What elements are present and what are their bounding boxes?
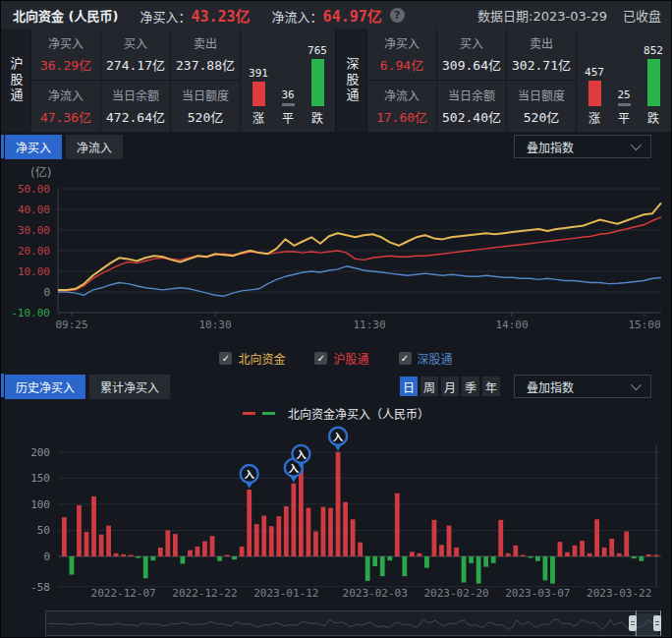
svg-text:入: 入 <box>289 463 299 474</box>
svg-text:14:00: 14:00 <box>495 319 528 331</box>
svg-text:2022-12-07: 2022-12-07 <box>91 587 156 600</box>
up-bar: 457涨 <box>583 66 606 126</box>
navigator-left-handle[interactable] <box>629 615 637 631</box>
stat-cell: 当日余额472.64亿 <box>101 81 170 132</box>
period-week-button[interactable]: 周 <box>420 377 438 396</box>
svg-text:10.00: 10.00 <box>18 265 50 278</box>
data-date: 数据日期:2023-03-29 <box>477 6 607 25</box>
intraday-line-chart[interactable]: (亿)50.0040.0030.0020.0010.000-10.0009:25… <box>1 161 671 345</box>
navigator-track[interactable] <box>45 610 661 636</box>
stat-cell: 净流入47.36亿 <box>31 81 100 132</box>
green-dash-icon <box>262 412 275 415</box>
stat-cell: 净买入36.29亿 <box>31 29 100 80</box>
svg-text:0: 0 <box>43 551 50 563</box>
legend-shanghai-connect[interactable]: ✓沪股通 <box>314 350 368 367</box>
tab-history-net-buy[interactable]: 历史净买入 <box>5 375 85 399</box>
svg-text:15:00: 15:00 <box>628 319 660 331</box>
svg-text:09:25: 09:25 <box>55 319 87 331</box>
svg-text:200: 200 <box>30 446 50 459</box>
svg-text:20.00: 20.00 <box>18 245 50 258</box>
page-title: 北向资金 (人民币) <box>13 6 118 25</box>
checkbox-checked-icon[interactable]: ✓ <box>314 352 327 365</box>
period-year-button[interactable]: 年 <box>482 377 500 396</box>
svg-text:2023-03-07: 2023-03-07 <box>505 587 570 600</box>
accent-bar <box>1 374 4 397</box>
svg-text:入: 入 <box>296 449 306 460</box>
svg-text:10:30: 10:30 <box>198 319 231 331</box>
svg-text:入: 入 <box>333 432 343 442</box>
history-bar-chart[interactable]: 200150100500-582022-12-072022-12-222023-… <box>1 424 671 609</box>
overlay-index-dropdown[interactable]: 叠加指数 <box>514 375 651 398</box>
period-month-button[interactable]: 月 <box>441 377 459 396</box>
svg-text:(亿): (亿) <box>30 165 51 180</box>
period-day-button[interactable]: 日 <box>400 377 418 396</box>
navigator-right-handle[interactable] <box>653 615 661 631</box>
stat-cell: 卖出302.71亿 <box>507 29 576 80</box>
stat-cell: 当日额度520亿 <box>507 81 576 132</box>
panel-shenzhen-label: 深股通 <box>337 29 366 132</box>
flat-bar: 36平 <box>276 88 300 126</box>
svg-text:入: 入 <box>245 469 254 480</box>
northbound-funds-app: 北向资金 (人民币) 净买入：43.23亿 净流入：64.97亿 ? 数据日期:… <box>0 0 672 638</box>
stat-cell: 净买入6.94亿 <box>367 29 436 80</box>
red-dash-icon <box>243 412 255 415</box>
svg-text:40.00: 40.00 <box>18 203 50 216</box>
advance-decline-bars: 457涨 25平 852跌 <box>577 29 671 132</box>
down-bar: 765跌 <box>306 44 329 126</box>
stat-cell: 当日额度520亿 <box>171 81 240 132</box>
intraday-tab-row: 净买入 净流入 叠加指数 <box>1 132 671 161</box>
svg-text:50.00: 50.00 <box>18 183 50 196</box>
accent-bar <box>1 135 4 158</box>
svg-text:-10.00: -10.00 <box>11 307 50 319</box>
date-range-navigator <box>1 609 671 638</box>
top-bar: 北向资金 (人民币) 净买入：43.23亿 净流入：64.97亿 ? 数据日期:… <box>1 1 671 29</box>
down-bar: 852跌 <box>642 44 665 126</box>
legend-north-funds[interactable]: ✓北向资金 <box>219 350 285 367</box>
svg-text:2023-03-22: 2023-03-22 <box>587 587 651 600</box>
svg-text:30.00: 30.00 <box>18 224 50 237</box>
panel-shanghai-label: 沪股通 <box>1 29 30 132</box>
tab-cumulative-net-buy[interactable]: 累计净买入 <box>89 375 170 399</box>
svg-text:2022-12-22: 2022-12-22 <box>172 587 237 600</box>
svg-text:-58: -58 <box>30 581 50 594</box>
history-tab-row: 历史净买入 累计净买入 日 周 月 季 年 叠加指数 <box>1 371 671 402</box>
chevron-down-icon <box>631 379 642 390</box>
stat-cell: 净流入17.60亿 <box>367 81 436 132</box>
svg-text:2023-02-20: 2023-02-20 <box>423 587 488 600</box>
history-legend-label: 北向资金净买入（人民币） <box>288 405 429 422</box>
svg-text:150: 150 <box>30 472 50 485</box>
svg-text:2023-01-12: 2023-01-12 <box>253 587 318 600</box>
chevron-down-icon <box>631 140 642 150</box>
period-quarter-button[interactable]: 季 <box>462 377 479 396</box>
stat-cell: 当日余额502.40亿 <box>437 81 506 132</box>
checkbox-checked-icon[interactable]: ✓ <box>219 352 232 365</box>
market-status: 已收盘 <box>623 6 661 25</box>
flat-bar: 25平 <box>612 88 636 126</box>
net-buy-value: 43.23亿 <box>191 8 250 26</box>
advance-decline-bars: 391涨 36平 765跌 <box>241 29 335 132</box>
svg-text:0: 0 <box>43 286 50 299</box>
net-inflow-summary: 净流入：64.97亿 <box>272 5 382 26</box>
stat-cell: 买入274.17亿 <box>101 29 170 80</box>
net-buy-summary: 净买入：43.23亿 <box>140 5 250 26</box>
help-icon[interactable]: ? <box>390 8 405 23</box>
svg-text:11:30: 11:30 <box>353 319 385 331</box>
tab-net-inflow[interactable]: 净流入 <box>66 135 123 159</box>
up-bar: 391涨 <box>247 67 270 126</box>
panel-shenzhen-connect: 深股通 净买入6.94亿 买入309.64亿 卖出302.71亿 净流入17.6… <box>337 29 671 132</box>
net-inflow-value: 64.97亿 <box>323 8 382 26</box>
intraday-legend: ✓北向资金 ✓沪股通 ✓深股通 <box>1 345 671 371</box>
checkbox-checked-icon[interactable]: ✓ <box>399 352 412 365</box>
legend-shenzhen-connect[interactable]: ✓深股通 <box>399 350 453 367</box>
tab-net-buy[interactable]: 净买入 <box>5 135 62 159</box>
overlay-index-dropdown[interactable]: 叠加指数 <box>514 135 651 158</box>
stat-cell: 卖出237.88亿 <box>171 29 240 80</box>
panel-shanghai-connect: 沪股通 净买入36.29亿 买入274.17亿 卖出237.88亿 净流入47.… <box>1 29 335 132</box>
svg-text:100: 100 <box>30 498 50 511</box>
stat-cell: 买入309.64亿 <box>437 29 506 80</box>
history-legend: 北向资金净买入（人民币） <box>1 402 671 424</box>
svg-text:2023-02-03: 2023-02-03 <box>343 587 408 600</box>
connect-panels: 沪股通 净买入36.29亿 买入274.17亿 卖出237.88亿 净流入47.… <box>1 29 671 132</box>
svg-text:50: 50 <box>37 524 50 537</box>
